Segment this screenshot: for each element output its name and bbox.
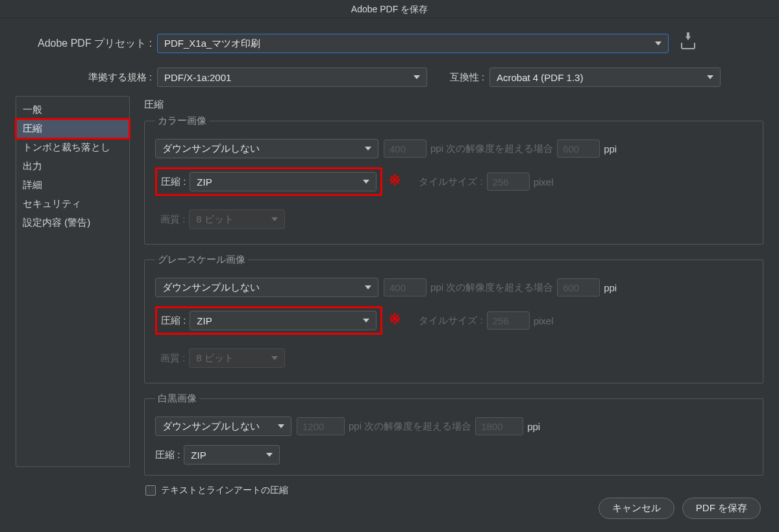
save-pdf-button[interactable]: PDF を保存: [682, 498, 761, 519]
annotation-asterisk: ※: [389, 172, 401, 189]
mono-downsample-value: ダウンサンプルしない: [162, 420, 260, 433]
chevron-down-icon: [363, 180, 369, 184]
chevron-down-icon: [365, 147, 371, 151]
chevron-down-icon: [655, 42, 662, 45]
mono-ppi2: 1800: [475, 417, 523, 435]
gray-tile-size: 256: [487, 311, 530, 330]
chevron-down-icon: [363, 319, 369, 322]
color-quality-value: 8 ビット: [196, 213, 234, 226]
color-ppi2: 600: [557, 139, 600, 158]
gray-compression-dropdown[interactable]: ZIP: [190, 311, 377, 330]
gray-downsample-value: ダウンサンプルしない: [162, 282, 260, 294]
preset-value: PDF_X1a_マツオ印刷: [164, 38, 260, 50]
mono-ppi1: 1200: [297, 417, 345, 435]
mono-compression-dropdown[interactable]: ZIP: [184, 445, 280, 465]
section-heading: 圧縮: [144, 99, 763, 111]
text-art-compress-label: テキストとラインアートの圧縮: [161, 485, 288, 496]
ppi-unit: ppi: [604, 282, 617, 293]
mono-downsample-dropdown[interactable]: ダウンサンプルしない: [155, 417, 291, 436]
gray-downsample-dropdown[interactable]: ダウンサンプルしない: [155, 278, 378, 297]
annotation-asterisk: ※: [389, 311, 401, 328]
compat-dropdown[interactable]: Acrobat 4 (PDF 1.3): [489, 67, 721, 87]
quality-label: 画質 :: [160, 213, 185, 226]
gray-compression-value: ZIP: [197, 315, 212, 326]
ppi-over-label: ppi 次の解像度を超える場合: [430, 143, 553, 155]
gray-quality-dropdown: 8 ビット: [189, 348, 285, 368]
gray-quality-value: 8 ビット: [196, 352, 234, 365]
compression-label: 圧縮 :: [155, 449, 180, 461]
color-compression-highlight: 圧縮 : ZIP: [155, 167, 382, 196]
gray-images-group: グレースケール画像 ダウンサンプルしない 400 ppi 次の解像度を超える場合…: [144, 254, 763, 383]
sidebar: 一般 圧縮 トンボと裁ち落とし 出力 詳細 セキュリティ 設定内容 (警告): [16, 96, 130, 467]
mono-images-group: 白黒画像 ダウンサンプルしない 1200 ppi 次の解像度を超える場合 180…: [144, 393, 763, 476]
sidebar-item-output[interactable]: 出力: [16, 157, 129, 176]
color-downsample-dropdown[interactable]: ダウンサンプルしない: [155, 139, 378, 158]
tile-label: タイルサイズ :: [419, 176, 482, 188]
color-compression-value: ZIP: [197, 176, 212, 187]
sidebar-item-marks[interactable]: トンボと裁ち落とし: [16, 138, 129, 157]
color-compression-dropdown[interactable]: ZIP: [190, 172, 377, 191]
window-title: Adobe PDF を保存: [0, 0, 779, 18]
chevron-down-icon: [278, 424, 284, 428]
sidebar-item-general[interactable]: 一般: [16, 101, 129, 119]
compat-value: Acrobat 4 (PDF 1.3): [497, 72, 583, 83]
ppi-over-label: ppi 次の解像度を超える場合: [430, 282, 553, 294]
chevron-down-icon: [271, 217, 278, 221]
quality-label: 画質 :: [160, 352, 185, 365]
mono-legend: 白黒画像: [155, 393, 199, 405]
sidebar-item-summary[interactable]: 設定内容 (警告): [16, 213, 129, 232]
color-images-group: カラー画像 ダウンサンプルしない 400 ppi 次の解像度を超える場合 600…: [144, 115, 763, 245]
ppi-unit: ppi: [604, 143, 617, 154]
color-downsample-value: ダウンサンプルしない: [162, 143, 260, 155]
color-tile-size: 256: [487, 173, 530, 191]
ppi-over-label: ppi 次の解像度を超える場合: [349, 420, 471, 433]
save-preset-icon[interactable]: [681, 38, 695, 49]
compression-label: 圧縮 :: [161, 315, 186, 327]
cancel-button[interactable]: キャンセル: [599, 498, 674, 519]
text-art-compress-checkbox[interactable]: [145, 485, 156, 496]
sidebar-item-advanced[interactable]: 詳細: [16, 176, 129, 195]
gray-ppi1: 400: [384, 278, 427, 296]
standard-label: 準拠する規格 :: [16, 71, 152, 84]
gray-compression-highlight: 圧縮 : ZIP: [155, 306, 382, 335]
chevron-down-icon: [271, 356, 278, 360]
standard-value: PDF/X-1a:2001: [164, 72, 231, 83]
tile-label: タイルサイズ :: [419, 315, 482, 327]
chevron-down-icon: [365, 285, 371, 289]
pixel-unit: pixel: [534, 176, 554, 187]
chevron-down-icon: [707, 75, 713, 79]
chevron-down-icon: [266, 453, 273, 457]
gray-legend: グレースケール画像: [155, 254, 248, 266]
chevron-down-icon: [414, 75, 420, 79]
gray-ppi2: 600: [557, 278, 600, 296]
color-legend: カラー画像: [155, 115, 209, 127]
compression-label: 圧縮 :: [161, 176, 186, 188]
color-ppi1: 400: [384, 139, 427, 158]
pixel-unit: pixel: [534, 315, 554, 326]
preset-label: Adobe PDF プリセット :: [16, 37, 152, 51]
color-quality-dropdown: 8 ビット: [189, 210, 285, 229]
sidebar-item-compression[interactable]: 圧縮: [16, 119, 129, 138]
preset-dropdown[interactable]: PDF_X1a_マツオ印刷: [157, 34, 669, 53]
sidebar-item-security[interactable]: セキュリティ: [16, 195, 129, 213]
compat-label: 互換性 :: [436, 71, 484, 84]
mono-compression-value: ZIP: [191, 450, 206, 461]
standard-dropdown[interactable]: PDF/X-1a:2001: [157, 67, 427, 87]
ppi-unit: ppi: [527, 421, 540, 432]
